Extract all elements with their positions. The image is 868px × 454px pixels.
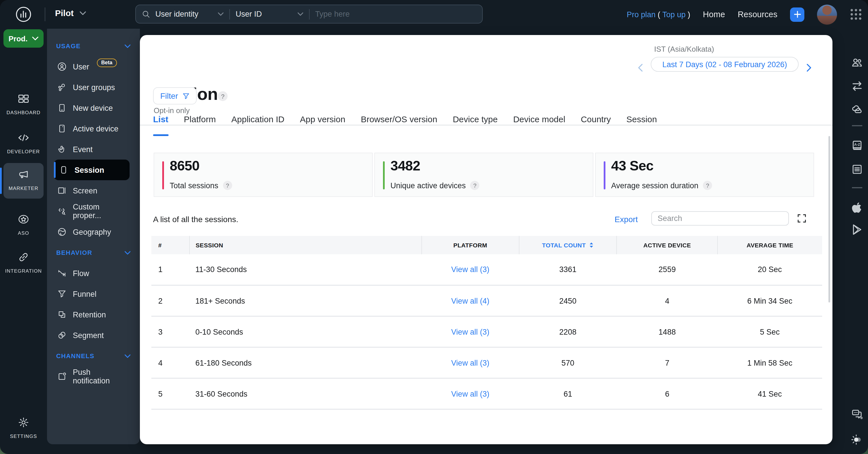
- segment-icon: [57, 331, 66, 340]
- sidebar-item-label: Funnel: [73, 289, 97, 298]
- topup-link[interactable]: Top up: [662, 10, 685, 19]
- help-icon[interactable]: ?: [218, 91, 227, 101]
- table-cell: 61: [519, 378, 617, 409]
- sidebar-item-label: Geography: [73, 228, 111, 236]
- search-category-value: User identity: [155, 10, 198, 18]
- sidebar-item-new-device[interactable]: New device: [47, 97, 140, 118]
- sidebar-section-behavior[interactable]: BEHAVIOR: [47, 242, 140, 263]
- sidebar-item-push-notification[interactable]: Push notification: [47, 366, 140, 387]
- app-store-icon[interactable]: [851, 201, 863, 214]
- play-store-icon[interactable]: [851, 223, 863, 236]
- plan-link[interactable]: Pro plan: [627, 10, 656, 19]
- sidebar-section-usage[interactable]: USAGE: [47, 36, 140, 56]
- view-all-link[interactable]: View all (3): [451, 265, 489, 274]
- search-category-select[interactable]: User identity: [155, 10, 224, 18]
- view-all-link[interactable]: View all (4): [451, 296, 489, 305]
- help-icon[interactable]: ?: [703, 181, 712, 190]
- view-all-link[interactable]: View all (3): [451, 359, 489, 367]
- table-cell: 0-10 Seconds: [189, 316, 422, 347]
- rail-item-developer[interactable]: DEVELOPER: [0, 132, 47, 154]
- rail-item-dashboard[interactable]: DASHBOARD: [0, 93, 47, 115]
- add-button[interactable]: [790, 7, 804, 22]
- tab-app-version[interactable]: App version: [300, 114, 345, 126]
- stat-accent-bar: [162, 161, 164, 190]
- date-range-selector[interactable]: Last 7 Days (02 - 08 February 2026): [651, 57, 799, 72]
- help-icon[interactable]: ?: [223, 181, 232, 190]
- sidebar-item-segment[interactable]: Segment: [47, 325, 140, 345]
- platform-cell: View all (3): [422, 347, 519, 378]
- sidebar-section-channels[interactable]: CHANNELS: [47, 345, 140, 366]
- sidebar-item-active-device[interactable]: Active device: [47, 118, 140, 139]
- column-header-total-count[interactable]: TOTAL COUNT: [519, 236, 617, 254]
- sidebar-item-label: Segment: [73, 331, 104, 340]
- table-cell: 3: [151, 316, 189, 347]
- members-icon[interactable]: [851, 56, 863, 69]
- table-cell: 5 Sec: [717, 316, 822, 347]
- rail-item-integration[interactable]: INTEGRATION: [0, 251, 47, 274]
- sidebar-section-title: USAGE: [56, 42, 81, 49]
- search-divider: [309, 9, 310, 19]
- view-all-link[interactable]: View all (3): [451, 328, 489, 336]
- documentation-icon[interactable]: [851, 163, 863, 176]
- glossary-icon[interactable]: A-Z: [851, 139, 863, 152]
- export-link[interactable]: Export: [615, 215, 638, 224]
- tab-session[interactable]: Session: [626, 114, 657, 126]
- date-next-icon[interactable]: [805, 64, 813, 72]
- tab-platform[interactable]: Platform: [184, 114, 216, 126]
- tab-country[interactable]: Country: [581, 114, 611, 126]
- sidebar-item-label: Custom proper...: [73, 203, 130, 220]
- sidebar-item-screen[interactable]: Screen: [47, 180, 140, 201]
- sidebar-item-custom-proper[interactable]: Custom proper...: [47, 201, 140, 222]
- user-icon: [57, 62, 66, 71]
- environment-selector[interactable]: Prod.: [3, 29, 43, 48]
- stat-value: 43 Sec: [611, 158, 653, 174]
- rail-divider: [852, 125, 862, 126]
- fullscreen-icon[interactable]: [797, 214, 807, 223]
- filter-button[interactable]: Filter: [153, 87, 197, 105]
- sidebar-item-user-groups[interactable]: User groups: [47, 77, 140, 97]
- date-prev-icon[interactable]: [637, 64, 644, 72]
- theme-toggle-icon[interactable]: [851, 433, 863, 446]
- sidebar-item-label: Screen: [73, 186, 97, 195]
- global-search-bar[interactable]: User identity User ID: [135, 5, 483, 24]
- user-avatar[interactable]: [817, 4, 837, 24]
- rail-item-label: DASHBOARD: [0, 110, 47, 115]
- sidebar-item-funnel[interactable]: Funnel: [47, 284, 140, 304]
- app-grid-icon[interactable]: [850, 8, 862, 21]
- tab-browser-os-version[interactable]: Browser/OS version: [361, 114, 437, 126]
- sidebar-item-flow[interactable]: Flow: [47, 263, 140, 284]
- scrollbar-thumb[interactable]: [829, 136, 830, 303]
- sidebar-item-event[interactable]: Event: [47, 139, 140, 160]
- tab-list[interactable]: List: [153, 114, 168, 126]
- sidebar-item-session[interactable]: Session: [54, 160, 130, 180]
- rail-item-settings[interactable]: SETTINGS: [0, 417, 47, 439]
- table-search-input[interactable]: [651, 211, 789, 226]
- tab-bar: ListPlatformApplication IDApp versionBro…: [153, 114, 657, 126]
- developer-icon: [18, 132, 29, 143]
- tab-device-model[interactable]: Device model: [513, 114, 565, 126]
- resources-link[interactable]: Resources: [738, 10, 777, 19]
- rail-item-marketer[interactable]: MARKETER: [3, 163, 43, 199]
- help-icon[interactable]: ?: [470, 181, 479, 190]
- view-all-link[interactable]: View all (3): [451, 390, 489, 398]
- product-switcher[interactable]: Pilot: [55, 8, 86, 18]
- data-transfer-icon[interactable]: [851, 80, 863, 92]
- sidebar-item-geography[interactable]: Geography: [47, 222, 140, 242]
- home-link[interactable]: Home: [703, 10, 725, 19]
- sidebar-item-label: Flow: [73, 269, 89, 278]
- tab-device-type[interactable]: Device type: [453, 114, 498, 126]
- sidebar-item-label: Push notification: [73, 368, 130, 385]
- sidebar-item-label: Active device: [73, 124, 118, 133]
- cloud-services-icon[interactable]: [851, 103, 863, 116]
- rail-item-label: INTEGRATION: [0, 268, 47, 274]
- sidebar-item-user[interactable]: UserBeta: [47, 56, 140, 77]
- tab-application-id[interactable]: Application ID: [231, 114, 284, 126]
- search-input[interactable]: [315, 10, 476, 18]
- table-row: 531-60 SecondsView all (3)61641 Sec: [151, 378, 822, 409]
- rail-item-aso[interactable]: ASO: [0, 214, 47, 236]
- search-field-select[interactable]: User ID: [236, 10, 303, 18]
- stat-accent-bar: [604, 161, 606, 190]
- table-cell: 3361: [519, 254, 617, 285]
- chat-icon[interactable]: [851, 408, 863, 421]
- sidebar-item-retention[interactable]: Retention: [47, 304, 140, 325]
